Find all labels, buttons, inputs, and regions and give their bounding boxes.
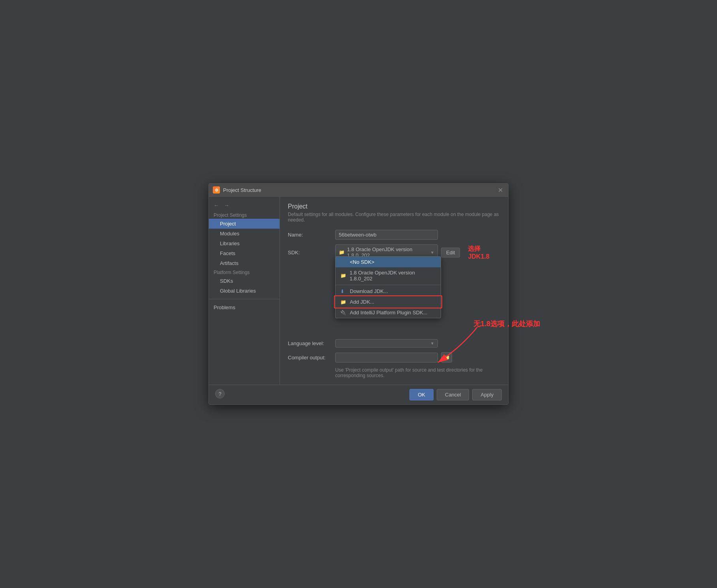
- annotation-no-18: 无1.8选项，此处添加: [473, 319, 540, 329]
- sidebar-item-problems[interactable]: Problems: [209, 302, 280, 312]
- add-intellij-sdk-label: Add IntelliJ Platform Plugin SDK...: [350, 310, 428, 316]
- section-desc: Default settings for all modules. Config…: [288, 212, 500, 223]
- compiler-row: 📁: [335, 352, 452, 363]
- dropdown-add-jdk[interactable]: 📁 Add JDK...: [336, 297, 441, 307]
- dialog-body: ← → Project Settings Project Modules Lib…: [209, 197, 508, 385]
- sidebar-item-project[interactable]: Project: [209, 219, 280, 229]
- no-sdk-label: <No SDK>: [350, 259, 374, 265]
- download-jdk-label: Download JDK...: [350, 288, 388, 294]
- intellij-sdk-icon: 🔌: [340, 310, 347, 316]
- sidebar-item-global-libraries[interactable]: Global Libraries: [209, 286, 280, 296]
- forward-arrow[interactable]: →: [222, 201, 231, 209]
- nav-back-forward: ← →: [209, 200, 280, 211]
- dropdown-add-intellij-sdk[interactable]: 🔌 Add IntelliJ Platform Plugin SDK...: [336, 307, 441, 318]
- app-icon: ⚙: [213, 186, 220, 193]
- dialog-title: Project Structure: [223, 187, 261, 193]
- dropdown-download-jdk[interactable]: ⬇ Download JDK...: [336, 286, 441, 297]
- section-title: Project: [288, 203, 500, 210]
- compiler-output-row: Compiler output: 📁: [288, 352, 500, 363]
- help-button[interactable]: ?: [215, 389, 225, 398]
- sdk-row: SDK: 📁 1.8 Oracle OpenJDK version 1.8.0_…: [288, 244, 500, 260]
- title-bar: ⚙ Project Structure ✕: [209, 184, 508, 197]
- dialog-footer: ? OK Cancel Apply: [209, 385, 508, 404]
- dropdown-no-sdk[interactable]: <No SDK>: [336, 257, 441, 267]
- ok-button[interactable]: OK: [409, 389, 434, 400]
- language-level-label: Language level:: [288, 340, 335, 346]
- name-label: Name:: [288, 232, 335, 238]
- cancel-button[interactable]: Cancel: [437, 389, 469, 400]
- back-arrow[interactable]: ←: [212, 201, 221, 209]
- language-level-dropdown[interactable]: ▼: [335, 339, 438, 348]
- sidebar: ← → Project Settings Project Modules Lib…: [209, 197, 280, 385]
- add-jdk-icon: 📁: [340, 299, 347, 305]
- sidebar-item-libraries[interactable]: Libraries: [209, 239, 280, 248]
- title-bar-left: ⚙ Project Structure: [213, 186, 261, 193]
- dropdown-jdk18[interactable]: 📁 1.8 Oracle OpenJDK version 1.8.0_202: [336, 267, 441, 284]
- language-dropdown-arrow: ▼: [430, 341, 434, 346]
- sidebar-item-facets[interactable]: Facets: [209, 248, 280, 258]
- apply-button[interactable]: Apply: [472, 389, 502, 400]
- annotation-choose-jdk: 选择JDK1.8: [468, 245, 500, 260]
- sdk-label: SDK:: [288, 250, 335, 255]
- jdk18-label: 1.8 Oracle OpenJDK version 1.8.0_202: [349, 270, 436, 282]
- compiler-label: Compiler output:: [288, 355, 335, 361]
- platform-settings-header: Platform Settings: [209, 268, 280, 276]
- edit-button[interactable]: Edit: [441, 248, 460, 257]
- sdk-row-wrapper: 📁 1.8 Oracle OpenJDK version 1.8.0_202 ▼…: [335, 244, 438, 260]
- download-icon: ⬇: [340, 289, 347, 294]
- name-row: Name:: [288, 230, 500, 240]
- compiler-hint: Use 'Project compile output' path for so…: [335, 367, 500, 378]
- compiler-output-input[interactable]: [335, 353, 438, 363]
- project-settings-header: Project Settings: [209, 211, 280, 219]
- sidebar-item-sdks[interactable]: SDKs: [209, 276, 280, 286]
- compiler-folder-button[interactable]: 📁: [441, 352, 452, 363]
- sidebar-item-modules[interactable]: Modules: [209, 229, 280, 239]
- jdk18-icon: 📁: [340, 273, 346, 278]
- add-jdk-label: Add JDK...: [350, 299, 374, 305]
- sdk-dropdown-popup: <No SDK> 📁 1.8 Oracle OpenJDK version 1.…: [335, 256, 441, 318]
- close-button[interactable]: ✕: [496, 186, 504, 194]
- name-input[interactable]: [335, 230, 438, 240]
- main-content: Project Default settings for all modules…: [280, 197, 508, 385]
- language-level-row: Language level: ▼: [288, 339, 500, 348]
- sdk-folder-icon: 📁: [339, 250, 345, 255]
- sdk-dropdown-arrow: ▼: [430, 250, 434, 255]
- folder-icon: 📁: [443, 355, 450, 361]
- project-structure-dialog: ⚙ Project Structure ✕ ← → Project Settin…: [208, 183, 509, 405]
- sidebar-item-artifacts[interactable]: Artifacts: [209, 258, 280, 268]
- dropdown-separator-1: [336, 285, 441, 285]
